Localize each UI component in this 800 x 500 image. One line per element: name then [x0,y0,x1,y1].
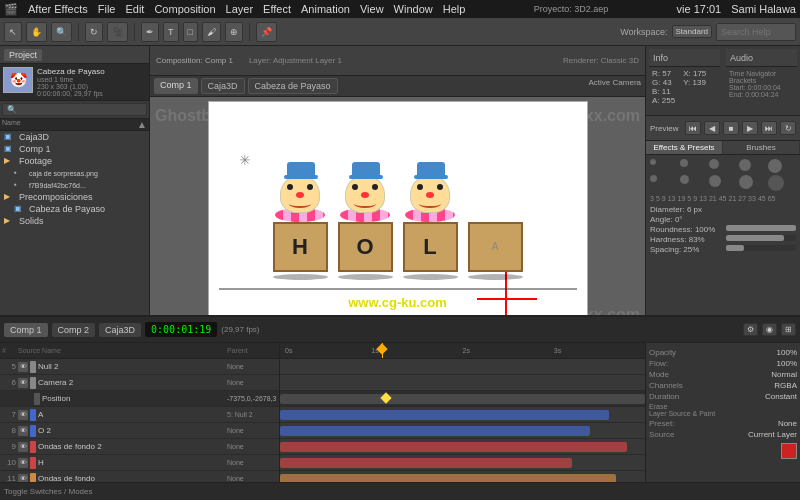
tool-camera[interactable]: 🎥 [107,22,128,42]
tool-rotate[interactable]: ↻ [85,22,103,42]
spacing-label: Spacing: 25% [650,245,699,254]
brush-9b[interactable] [680,175,689,184]
brush-9[interactable] [709,159,719,169]
layer-row-a[interactable]: 7 👁 A 5: Null 2 [0,407,279,423]
layer-name: Null 2 [38,362,225,371]
tool-text[interactable]: T [163,22,179,42]
tool-brush[interactable]: 🖌 [202,22,221,42]
menu-view[interactable]: View [360,3,384,15]
menu-effect[interactable]: Effect [263,3,291,15]
tab-brushes[interactable]: Brushes [723,141,800,154]
tool-shape[interactable]: □ [183,22,198,42]
menu-file[interactable]: File [98,3,116,15]
project-search-input[interactable] [2,103,147,116]
layer-row-null2[interactable]: 5 👁 Null 2 None [0,359,279,375]
layer-vis[interactable]: 👁 [18,378,28,388]
brush-3[interactable]: · [650,159,656,165]
prop-roundness: Roundness: 100% [650,225,796,234]
tab-caja3d[interactable]: Caja3D [201,78,245,94]
project-name: Proyecto: 3D2.aep [475,4,666,14]
tl-tab-comp2[interactable]: Comp 2 [52,323,96,337]
layer-vis[interactable]: 👁 [18,362,28,372]
layer-row-o2[interactable]: 8 👁 O 2 None [0,423,279,439]
brush-21[interactable] [739,175,753,189]
tool-select[interactable]: ↖ [4,22,22,42]
tool-hand[interactable]: ✋ [26,22,47,42]
eyes-o [352,184,378,190]
channels-value: RGBA [774,381,797,390]
tl-settings-btn[interactable]: ⚙ [743,323,758,336]
menu-animation[interactable]: Animation [301,3,350,15]
menu-help[interactable]: Help [443,3,466,15]
play-prev-btn[interactable]: ◀ [704,121,720,135]
tl-ruler: 0s 1s 2s 3s [280,343,645,359]
menu-layer[interactable]: Layer [226,3,254,15]
layer-row-ondas-fondo[interactable]: 11 👁 Ondas de fondo None [0,471,279,482]
project-item-name: Cabeza de Payaso [37,67,105,76]
tool-pen[interactable]: ✒ [141,22,159,42]
project-item-footage[interactable]: ▶ Footage [0,155,149,167]
stop-btn[interactable]: ■ [723,121,739,135]
menu-window[interactable]: Window [394,3,433,15]
erase-value: Layer Source & Paint [649,410,797,417]
layer-row-camera2[interactable]: 6 👁 Camera 2 None [0,375,279,391]
tool-zoom[interactable]: 🔍 [51,22,72,42]
project-thumbnail-area: 🤡 Cabeza de Payaso used 1 time 230 x 363… [0,64,149,101]
project-item-caja-png[interactable]: ▪ caja de sorpresas.png [0,167,149,179]
left-panel: Project 🤡 Cabeza de Payaso used 1 time 2… [0,46,150,356]
source-label: Source [649,430,674,439]
flow-value: 100% [777,359,797,368]
layer-vis[interactable]: 👁 [18,458,28,468]
tab-effects-presets[interactable]: Effects & Presets [646,141,723,154]
tl-tab-comp1[interactable]: Comp 1 [4,323,48,337]
menu-composition[interactable]: Composition [154,3,215,15]
tl-tab-caja3d[interactable]: Caja3D [99,323,141,337]
brush-5[interactable] [680,159,688,167]
brush-45[interactable] [768,175,784,191]
tab-comp1[interactable]: Comp 1 [154,78,198,94]
menu-after-effects[interactable]: After Effects [28,3,88,15]
project-item-precomps[interactable]: ▶ Precomposiciones [0,191,149,203]
menu-edit[interactable]: Edit [125,3,144,15]
layer-vis[interactable]: 👁 [18,442,28,452]
loop-btn[interactable]: ↻ [780,121,796,135]
tool-puppet[interactable]: 📌 [256,22,277,42]
tool-clone[interactable]: ⊕ [225,22,243,42]
toggle-switches-modes[interactable]: Toggle Switches / Modes [4,487,93,496]
layer-row-h[interactable]: 10 👁 H None [0,455,279,471]
project-item-solids[interactable]: ▶ Solids [0,215,149,227]
search-input[interactable] [716,23,796,41]
project-tab[interactable]: Project [4,49,42,61]
comp-icon: ▣ [14,204,26,214]
play-btn[interactable]: ▶ [742,121,758,135]
letter-h: H [292,234,308,260]
layer-label: Layer: Adjustment Layer 1 [249,56,342,65]
track-o2 [280,423,645,439]
project-item-cabeza[interactable]: ▣ Cabeza de Payaso [0,203,149,215]
workspace-dropdown[interactable]: Standard [672,25,712,38]
tl-expand-btn[interactable]: ⊞ [781,323,796,336]
project-item-comp1[interactable]: ▣ Comp 1 [0,143,149,155]
layer-row-position[interactable]: Position -7375,0,-2678,3,16036,2 [0,391,279,407]
layer-vis[interactable]: 👁 [18,426,28,436]
project-item-hash-png[interactable]: ▪ f7B9daf42bc76d... [0,179,149,191]
prev-btn[interactable]: ⏮ [685,121,701,135]
brush-5b[interactable] [650,175,657,182]
layer-vis[interactable]: 👁 [18,474,28,483]
brush-13[interactable] [739,159,751,171]
col-sort[interactable]: ▲ [137,119,147,130]
hardness-bar-container [726,235,796,241]
play-next-btn[interactable]: ⏭ [761,121,777,135]
opacity-value: 100% [777,348,797,357]
brush-13b[interactable] [709,175,721,187]
tl-solo-btn[interactable]: ◉ [762,323,777,336]
tab-cabeza[interactable]: Cabeza de Payaso [248,78,338,94]
layer-num: 10 [2,458,16,467]
channels-row: Channels RGBA [649,381,797,390]
layer-vis[interactable]: 👁 [18,410,28,420]
color-swatch[interactable] [781,443,797,459]
layer-color [30,377,36,389]
brush-19[interactable] [768,159,782,173]
project-item-caja3d[interactable]: ▣ Caja3D [0,131,149,143]
layer-row-ondas2[interactable]: 9 👁 Ondas de fondo 2 None [0,439,279,455]
